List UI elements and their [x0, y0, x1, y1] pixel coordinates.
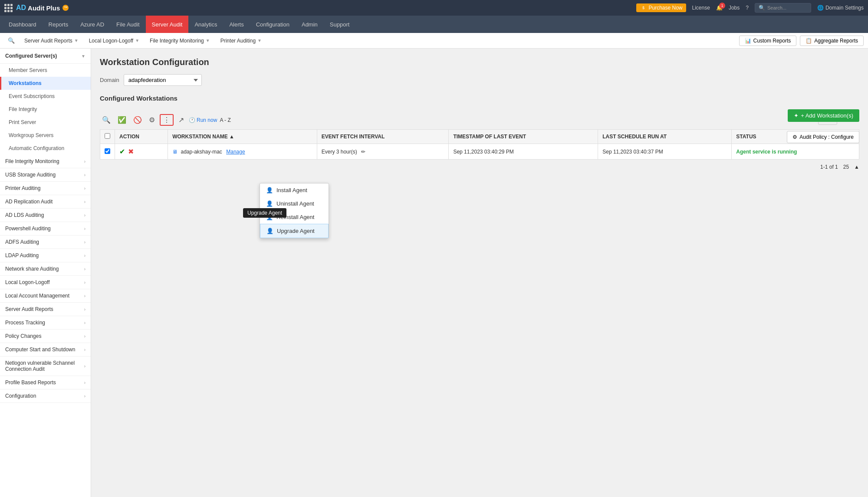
dropdown-item-upgrade-agent[interactable]: 👤 Upgrade Agent [260, 224, 329, 238]
sidebar-item-member-servers[interactable]: Member Servers [0, 64, 91, 77]
gear-icon: ⚙ [792, 134, 797, 140]
secondary-nav-server-audit-reports[interactable]: Server Audit Reports ▼ [20, 36, 83, 46]
sidebar-category-ad-replication[interactable]: AD Replication Audit › [0, 195, 91, 209]
sidebar-category-ad-lds[interactable]: AD LDS Auditing › [0, 209, 91, 222]
nav-azure-ad[interactable]: Azure AD [74, 16, 110, 33]
add-workstation-button[interactable]: ✦ + Add Workstation(s) [788, 109, 859, 122]
sidebar-category-profile-based[interactable]: Profile Based Reports › [0, 376, 91, 389]
audit-policy-button[interactable]: ⚙ Audit Policy : Configure [787, 131, 859, 143]
row-workstation-name-cell: 🖥 adap-akshay-mac Manage [168, 144, 317, 160]
row-action-cell: ✔ ✖ [115, 144, 168, 160]
sidebar-category-file-integrity-monitoring[interactable]: File Integrity Monitoring › [0, 155, 91, 168]
az-sort-button[interactable]: A - Z [220, 117, 230, 123]
license-link[interactable]: License [692, 5, 710, 11]
sidebar-item-file-integrity[interactable]: File Integrity [0, 103, 91, 116]
sidebar-category-policy-changes[interactable]: Policy Changes › [0, 330, 91, 343]
clock-icon: 🕐 [189, 117, 195, 123]
secondary-search-icon[interactable]: 🔍 [4, 36, 18, 46]
col-event-fetch-interval: EVENT FETCH INTERVAL [317, 130, 449, 144]
nav-server-audit[interactable]: Server Audit [146, 16, 189, 33]
sidebar-category-configuration[interactable]: Configuration › [0, 389, 91, 403]
bottom-pagination: 1-1 of 1 25 ▲ [100, 160, 859, 174]
sidebar-category-server-audit-reports[interactable]: Server Audit Reports › [0, 303, 91, 316]
dropdown-item-install-agent[interactable]: 👤 Install Agent [260, 183, 329, 197]
toolbar-export-button[interactable]: ↗ [176, 114, 186, 125]
page-title: Workstation Configuration [100, 57, 859, 67]
row-checkbox[interactable] [105, 148, 110, 154]
search-input-top[interactable]: 🔍 Search... [755, 3, 811, 13]
sidebar-item-workgroup-servers[interactable]: Workgroup Servers [0, 129, 91, 142]
nav-analytics[interactable]: Analytics [188, 16, 223, 33]
col-checkbox [100, 130, 115, 144]
sidebar-category-computer-start-shutdown[interactable]: Computer Start and Shutdown › [0, 343, 91, 356]
purchase-now-button[interactable]: $ Purchase Now [636, 3, 686, 12]
uninstall-agent-icon: 👤 [266, 200, 273, 207]
sidebar-category-powershell[interactable]: Powershell Auditing › [0, 222, 91, 235]
toolbar-more-options-button[interactable]: ⋮ [160, 114, 174, 126]
sidebar-category-process-tracking[interactable]: Process Tracking › [0, 316, 91, 330]
domain-row: Domain adapfederation [100, 74, 859, 86]
aggregate-reports-button[interactable]: 📋 Aggregate Reports [800, 36, 864, 46]
notifications-button[interactable]: 🔔 1 [716, 5, 723, 11]
sidebar-item-workstations[interactable]: Workstations [0, 77, 91, 90]
arrow-right-icon-11: › [84, 294, 85, 298]
row-last-schedule-cell: Sep 11,2023 03:40:37 PM [598, 144, 732, 160]
sidebar-collapse-icon: ▼ [81, 54, 85, 59]
nav-file-audit[interactable]: File Audit [110, 16, 145, 33]
aggregate-icon: 📋 [806, 38, 812, 44]
table-header-row: ACTION WORKSTATION NAME ▲ EVENT FETCH IN… [100, 130, 859, 144]
run-now-link[interactable]: 🕐 Run now [189, 117, 217, 123]
row-event-fetch-cell: Every 3 hour(s) ✏ [317, 144, 449, 160]
search-icon-top: 🔍 [759, 5, 765, 11]
upgrade-agent-tooltip: Upgrade Agent [243, 208, 286, 218]
domain-select[interactable]: adapfederation [124, 74, 202, 86]
sidebar-category-netlogon[interactable]: Netlogon vulnerable Schannel Connection … [0, 356, 91, 376]
sidebar-category-adfs[interactable]: ADFS Auditing › [0, 235, 91, 249]
toolbar-search-button[interactable]: 🔍 [100, 114, 113, 125]
nav-alerts[interactable]: Alerts [223, 16, 250, 33]
toolbar-cancel-button[interactable]: 🚫 [131, 114, 144, 125]
sidebar-section-header[interactable]: Configured Server(s) ▼ [0, 49, 91, 64]
edit-interval-icon[interactable]: ✏ [361, 149, 365, 155]
sidebar-item-print-server[interactable]: Print Server [0, 116, 91, 129]
nav-dashboard[interactable]: Dashboard [3, 16, 43, 33]
content-area: Workstation Configuration Domain adapfed… [91, 49, 868, 497]
secondary-nav-file-integrity[interactable]: File Integrity Monitoring ▼ [145, 36, 214, 46]
sidebar-category-ldap[interactable]: LDAP Auditing › [0, 249, 91, 262]
bottom-per-page[interactable]: 25 [841, 163, 852, 171]
select-all-checkbox[interactable] [105, 133, 110, 139]
nav-configuration[interactable]: Configuration [250, 16, 296, 33]
sidebar-category-local-account[interactable]: Local Account Management › [0, 289, 91, 303]
nav-admin[interactable]: Admin [296, 16, 324, 33]
jobs-link[interactable]: Jobs [729, 5, 740, 11]
help-link[interactable]: ? [746, 5, 749, 11]
domain-settings-button[interactable]: 🌐 Domain Settings [817, 5, 864, 11]
bottom-pagination-info: 1-1 of 1 [820, 164, 838, 170]
sidebar-item-event-subscriptions[interactable]: Event Subscriptions [0, 90, 91, 103]
arrow-right-icon-9: › [84, 267, 85, 271]
custom-reports-button[interactable]: 📊 Custom Reports [739, 36, 797, 46]
secondary-nav-right: 📊 Custom Reports 📋 Aggregate Reports [739, 36, 864, 46]
col-workstation-name[interactable]: WORKSTATION NAME ▲ [168, 130, 317, 144]
toolbar-settings-button[interactable]: ⚙ [147, 114, 157, 125]
sidebar-item-automatic-configuration[interactable]: Automatic Configuration [0, 142, 91, 155]
monitor-icon: 🖥 [172, 149, 178, 155]
nav-support[interactable]: Support [324, 16, 356, 33]
arrow-right-icon-6: › [84, 226, 85, 231]
sidebar: Configured Server(s) ▼ Member Servers Wo… [0, 49, 91, 497]
sidebar-category-printer-auditing[interactable]: Printer Auditing › [0, 182, 91, 195]
toolbar-check-button[interactable]: ✅ [115, 114, 128, 125]
table-toolbar: 🔍 ✅ 🚫 ⚙ ⋮ ↗ 🕐 Run now A - Z 1-1 of 1 25 … [100, 111, 859, 129]
arrow-right-icon-2: › [84, 173, 85, 177]
secondary-nav-local-logon[interactable]: Local Logon-Logoff ▼ [85, 36, 144, 46]
manage-link[interactable]: Manage [226, 149, 245, 155]
nav-reports[interactable]: Reports [43, 16, 75, 33]
sidebar-category-usb-storage[interactable]: USB Storage Auditing › [0, 168, 91, 182]
chevron-down-icon-4: ▼ [257, 38, 262, 43]
sidebar-category-local-logon-logoff[interactable]: Local Logon-Logoff › [0, 276, 91, 289]
upgrade-agent-icon: 👤 [266, 228, 273, 234]
app-logo[interactable]: ADAudit Plus ™ [16, 4, 69, 12]
sidebar-category-network-share[interactable]: Network share Auditing › [0, 262, 91, 276]
row-timestamp-cell: Sep 11,2023 03:40:29 PM [449, 144, 598, 160]
secondary-nav-printer-auditing[interactable]: Printer Auditing ▼ [216, 36, 266, 46]
